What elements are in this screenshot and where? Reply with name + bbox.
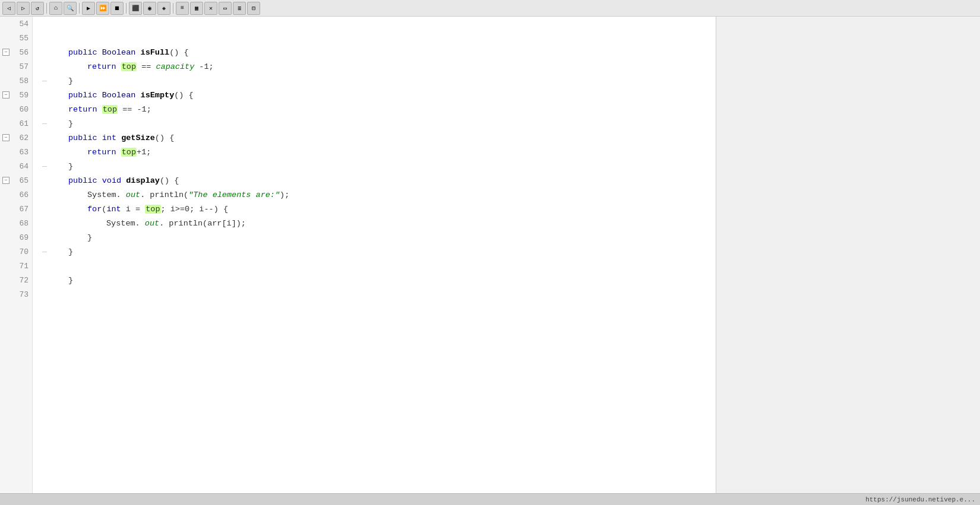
editor-container: ◁ ▷ ↺ ⌂ 🔍 ▶ ⏩ ⏹ ⬛ ◉ ◈ ≡ ▦ ✕ ▭ ≣ ⊟ 5455−5… [0,0,980,505]
code-line-54[interactable] [33,17,716,31]
keyword-token: return [68,105,102,114]
line-number-66: 66 [0,188,32,202]
toolbar-btn-grid[interactable]: ▦ [190,2,203,15]
line-number-58: 58 [0,74,32,88]
normal-token: } [68,247,73,256]
toolbar-btn-panel[interactable]: ▭ [219,2,232,15]
line-num-text-72: 72 [19,276,29,285]
code-line-65[interactable]: public void display() { [33,173,716,188]
line-num-text-73: 73 [19,290,29,299]
string-token: "The elements are:" [188,190,280,199]
code-line-68[interactable]: System. out. println(arr[i]); [33,216,716,230]
line-num-text-63: 63 [19,148,29,157]
toolbar-btn-test[interactable]: ◈ [157,2,170,15]
italic-green-token: out [145,219,159,228]
toolbar-btn-back[interactable]: ◁ [2,2,15,15]
line-number-61: 61 [0,116,32,131]
code-line-72[interactable]: } [33,273,716,287]
line-number-64: 64 [0,159,32,173]
keyword-token: int [106,205,121,214]
line-num-text-59: 59 [19,91,29,100]
fold-indicator-59[interactable]: − [2,91,10,99]
toolbar-btn-minus[interactable]: ⊟ [247,2,260,15]
code-line-69[interactable]: } [33,230,716,244]
line-number-72: 72 [0,273,32,287]
line-num-text-65: 65 [19,176,29,185]
normal-token: } [68,162,73,171]
code-line-59[interactable]: public Boolean isEmpty() { [33,88,716,102]
method-token: getSize [121,134,155,142]
normal-token: == -1; [118,105,151,114]
line-number-67: 67 [0,202,32,216]
code-line-67[interactable]: for(int i = top; i>=0; i--) { [33,202,716,216]
toolbar-sep-4 [173,3,173,14]
code-content[interactable]: public Boolean isFull() {return top == c… [33,17,716,493]
toolbar-btn-format[interactable]: ≡ [176,2,189,15]
toolbar-btn-search[interactable]: 🔍 [64,2,77,15]
normal-token: ( [102,205,106,214]
toolbar-btn-home[interactable]: ⌂ [49,2,62,15]
line-num-text-64: 64 [19,162,29,171]
normal-token: ; i>=0; i--) { [161,205,228,214]
normal-token: () { [174,91,193,100]
line-num-text-70: 70 [19,247,29,256]
normal-token: . println( [140,190,188,199]
normal-token: . println(arr[i]); [159,219,246,228]
code-line-73[interactable] [33,287,716,301]
normal-token: System. [87,190,126,199]
line-numbers: 5455−565758−596061−626364−65666768697071… [0,17,33,493]
line-num-text-54: 54 [19,20,29,28]
code-line-64[interactable]: } [33,159,716,173]
right-panel [716,17,980,493]
line-number-63: 63 [0,145,32,159]
keyword-token: public [68,48,102,57]
normal-token: } [68,119,73,128]
line-number-70: 70 [0,244,32,259]
highlighted-token: top [145,205,160,214]
line-number-62: −62 [0,131,32,145]
method-token: display [126,176,160,185]
code-line-56[interactable]: public Boolean isFull() { [33,45,716,59]
keyword-token: public [68,134,102,142]
code-line-70[interactable]: } [33,244,716,259]
toolbar-btn-list[interactable]: ≣ [233,2,246,15]
toolbar-btn-close[interactable]: ✕ [204,2,217,15]
toolbar-btn-run[interactable]: ▶ [82,2,95,15]
code-line-55[interactable] [33,31,716,45]
line-number-59: −59 [0,88,32,102]
fold-indicator-62[interactable]: − [2,134,10,141]
keyword-token: return [87,62,121,71]
toolbar-btn-stop[interactable]: ⏹ [110,2,124,15]
line-num-text-66: 66 [19,190,29,199]
code-line-71[interactable] [33,259,716,273]
toolbar-btn-clean[interactable]: ◉ [143,2,156,15]
line-number-60: 60 [0,102,32,116]
keyword-token: int [102,134,121,142]
keyword-token: for [87,205,102,214]
keyword-token: public [68,176,102,185]
code-line-63[interactable]: return top+1; [33,145,716,159]
toolbar-btn-forward[interactable]: ▷ [17,2,30,15]
code-line-57[interactable]: return top == capacity -1; [33,59,716,74]
code-line-66[interactable]: System. out. println("The elements are:"… [33,188,716,202]
toolbar-btn-build[interactable]: ⬛ [129,2,142,15]
code-line-58[interactable]: } [33,74,716,88]
fold-indicator-56[interactable]: − [2,49,10,56]
line-num-text-60: 60 [19,105,29,114]
line-num-text-57: 57 [19,62,29,71]
toolbar-btn-refresh[interactable]: ↺ [31,2,44,15]
toolbar-sep-2 [79,3,80,14]
line-num-text-67: 67 [19,205,29,214]
fold-indicator-65[interactable]: − [2,177,10,184]
normal-token: +1; [137,148,151,157]
normal-token: () { [169,48,188,57]
status-bar: https://jsunedu.netivep.e... [0,493,980,505]
code-line-61[interactable]: } [33,116,716,131]
line-num-text-61: 61 [19,119,29,128]
toolbar-btn-debug[interactable]: ⏩ [96,2,109,15]
code-line-60[interactable]: return top == -1; [33,102,716,116]
code-line-62[interactable]: public int getSize() { [33,131,716,145]
normal-token: System. [106,219,145,228]
line-num-text-58: 58 [19,77,29,85]
line-number-71: 71 [0,259,32,273]
